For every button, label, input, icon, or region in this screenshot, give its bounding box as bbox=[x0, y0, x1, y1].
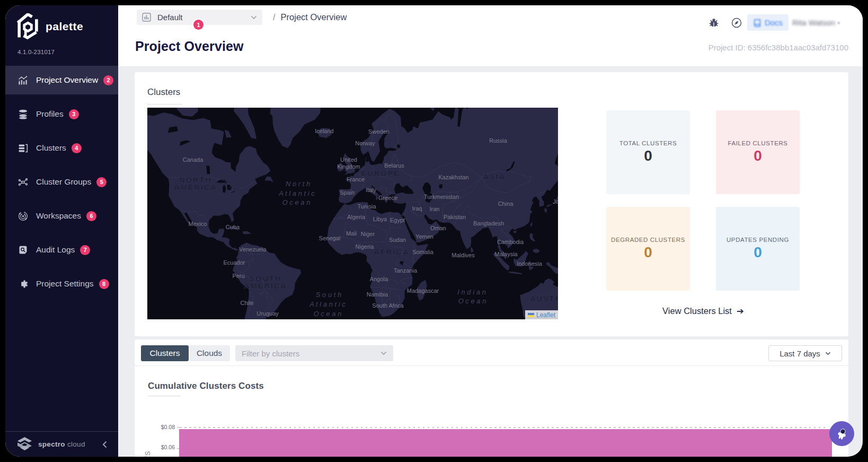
svg-text:Uruguay: Uruguay bbox=[256, 310, 279, 317]
svg-text:Cuba: Cuba bbox=[226, 224, 240, 230]
svg-text:O c e a n: O c e a n bbox=[458, 297, 486, 305]
svg-text:Niger: Niger bbox=[361, 231, 375, 237]
svg-text:Nigeria: Nigeria bbox=[356, 243, 375, 250]
svg-text:O c e a n: O c e a n bbox=[314, 310, 342, 318]
svg-text:Spain: Spain bbox=[340, 189, 355, 196]
svg-text:Algeria: Algeria bbox=[347, 214, 366, 220]
svg-text:Bangladesh: Bangladesh bbox=[473, 220, 504, 226]
svg-text:Iran: Iran bbox=[430, 206, 440, 212]
svg-text:Greece: Greece bbox=[378, 195, 397, 201]
svg-text:AMERICA: AMERICA bbox=[244, 282, 287, 290]
svg-text:Sudan: Sudan bbox=[389, 237, 406, 243]
svg-text:Somalia: Somalia bbox=[412, 249, 434, 255]
svg-text:Ecuador: Ecuador bbox=[224, 259, 245, 266]
svg-text:Egypt: Egypt bbox=[390, 217, 405, 223]
svg-text:I n d i a n: I n d i a n bbox=[457, 288, 485, 296]
svg-text:Mali: Mali bbox=[346, 230, 357, 237]
svg-text:Chile: Chile bbox=[240, 300, 253, 306]
svg-text:China: China bbox=[498, 201, 514, 207]
svg-text:Iraq: Iraq bbox=[412, 205, 422, 212]
svg-text:EUROPE: EUROPE bbox=[361, 169, 400, 178]
svg-text:Madagascar: Madagascar bbox=[407, 287, 439, 294]
svg-text:Mexico: Mexico bbox=[189, 221, 207, 227]
svg-text:N o r t h: N o r t h bbox=[286, 180, 310, 188]
svg-text:Yemen: Yemen bbox=[415, 233, 433, 240]
svg-text:Tunisia: Tunisia bbox=[357, 203, 376, 210]
svg-text:Namibia: Namibia bbox=[367, 291, 388, 298]
svg-text:Kingdom: Kingdom bbox=[337, 163, 360, 170]
svg-text:O c e a n: O c e a n bbox=[282, 198, 311, 206]
svg-text:Tanzania: Tanzania bbox=[394, 267, 418, 274]
svg-text:Iceland: Iceland bbox=[315, 128, 333, 134]
svg-text:Italy: Italy bbox=[366, 187, 377, 193]
svg-text:Malaysia: Malaysia bbox=[494, 251, 518, 257]
svg-text:Pakistan: Pakistan bbox=[444, 214, 466, 220]
svg-text:AUSTRALIA: AUSTRALIA bbox=[530, 294, 558, 303]
svg-text:ASIA: ASIA bbox=[483, 172, 506, 181]
svg-text:Angola: Angola bbox=[370, 276, 388, 282]
svg-text:United: United bbox=[340, 156, 357, 163]
svg-text:Turkmenistan: Turkmenistan bbox=[424, 194, 459, 200]
svg-text:AMERICA: AMERICA bbox=[174, 183, 217, 191]
svg-text:Peru: Peru bbox=[232, 273, 244, 279]
svg-text:France: France bbox=[347, 176, 365, 182]
svg-text:Oman: Oman bbox=[430, 225, 446, 231]
svg-text:Cambodia: Cambodia bbox=[497, 239, 524, 245]
svg-text:AFRICA: AFRICA bbox=[374, 248, 410, 256]
svg-text:Libya: Libya bbox=[373, 216, 387, 222]
svg-text:Maldives: Maldives bbox=[451, 252, 475, 258]
svg-text:South Africa: South Africa bbox=[372, 302, 404, 309]
svg-text:Venezuela: Venezuela bbox=[239, 246, 267, 252]
svg-text:Canada: Canada bbox=[183, 156, 203, 163]
svg-text:Russia: Russia bbox=[489, 137, 508, 144]
svg-text:Norway: Norway bbox=[355, 140, 375, 146]
svg-text:Sweden: Sweden bbox=[368, 128, 389, 135]
svg-text:A t l a n t i c: A t l a n t i c bbox=[278, 189, 315, 197]
svg-text:Senegal: Senegal bbox=[319, 235, 340, 241]
svg-text:S o u t h: S o u t h bbox=[316, 291, 341, 299]
svg-text:Belarus: Belarus bbox=[384, 162, 404, 169]
svg-text:Indonesia: Indonesia bbox=[517, 260, 543, 267]
svg-text:Kazakhstan: Kazakhstan bbox=[438, 174, 468, 180]
svg-text:Ja: Ja bbox=[553, 198, 558, 205]
svg-text:A t l a n t i c: A t l a n t i c bbox=[309, 300, 346, 308]
